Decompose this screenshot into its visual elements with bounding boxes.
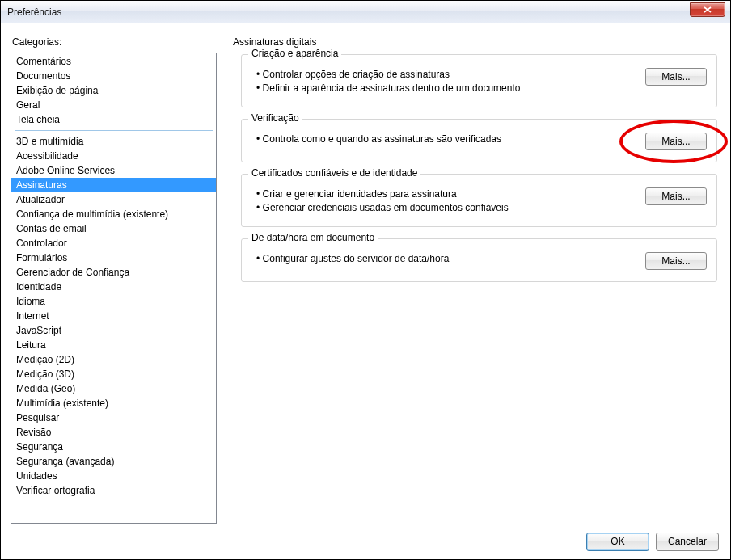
category-item[interactable]: Medida (Geo) <box>11 381 216 396</box>
cancel-button[interactable]: Cancelar <box>656 533 719 551</box>
group-legend: Certificados confiáveis e de identidade <box>248 167 420 179</box>
group-body: Controla como e quando as assinaturas sã… <box>251 133 707 150</box>
category-item[interactable]: Idioma <box>11 294 216 309</box>
group-bullets: Controlar opções de criação de assinatur… <box>251 68 632 95</box>
category-item[interactable]: 3D e multimídia <box>11 134 216 149</box>
category-item[interactable]: Documentos <box>11 69 216 83</box>
category-item[interactable]: Verificar ortografia <box>11 483 216 498</box>
group-de-data-hora-em-documento: De data/hora em documentoConfigurar ajus… <box>241 238 717 282</box>
dialog-footer: OK Cancelar <box>1 524 730 559</box>
bullet-text: Gerenciar credenciais usadas em document… <box>256 201 632 215</box>
category-item[interactable]: Geral <box>11 98 216 112</box>
category-item[interactable]: Multimídia (existente) <box>11 396 216 411</box>
group-legend: Criação e aparência <box>248 48 341 59</box>
category-item[interactable]: Medição (3D) <box>11 367 216 381</box>
category-item[interactable]: Controlador <box>11 236 216 251</box>
group-legend: De data/hora em documento <box>248 232 378 243</box>
category-item[interactable]: Identidade <box>11 280 216 294</box>
window-title: Preferências <box>7 6 61 18</box>
group-bullets: Configurar ajustes do servidor de data/h… <box>251 252 632 266</box>
bullet-text: Controla como e quando as assinaturas sã… <box>256 133 632 146</box>
bullet-text: Definir a aparência de assinaturas dentr… <box>256 82 632 95</box>
group-certificados-confi-veis-e-de-identidade: Certificados confiáveis e de identidadeC… <box>241 174 717 227</box>
categories-label: Categorias: <box>12 36 217 48</box>
category-item[interactable]: Tela cheia <box>11 112 216 127</box>
ok-button[interactable]: OK <box>586 533 649 551</box>
category-item[interactable]: Leitura <box>11 338 216 352</box>
group-cria-o-e-apar-ncia: Criação e aparênciaControlar opções de c… <box>241 54 717 107</box>
bullet-text: Criar e gerenciar identidades para assin… <box>256 187 632 201</box>
category-item[interactable]: Formulários <box>11 251 216 265</box>
category-item[interactable]: JavaScript <box>11 323 216 338</box>
category-item[interactable]: Revisão <box>11 425 216 440</box>
more-button[interactable]: Mais... <box>645 252 707 270</box>
bullet-text: Controlar opções de criação de assinatur… <box>256 68 632 82</box>
group-body: Controlar opções de criação de assinatur… <box>251 68 707 95</box>
group-bullets: Criar e gerenciar identidades para assin… <box>251 187 632 215</box>
close-icon <box>704 6 712 13</box>
group-body: Criar e gerenciar identidades para assin… <box>251 187 707 215</box>
group-bullets: Controla como e quando as assinaturas sã… <box>251 133 632 146</box>
sidebar: Categorias: ComentáriosDocumentosExibiçã… <box>11 32 217 524</box>
category-item[interactable]: Contas de email <box>11 221 216 236</box>
category-item[interactable]: Medição (2D) <box>11 352 216 367</box>
categories-list[interactable]: ComentáriosDocumentosExibição de páginaG… <box>11 53 217 524</box>
groups-container: Criação e aparênciaControlar opções de c… <box>231 54 717 282</box>
dialog-content: Categorias: ComentáriosDocumentosExibiçã… <box>1 23 730 524</box>
more-button[interactable]: Mais... <box>645 187 707 205</box>
settings-panel: Assinaturas digitais Criação e aparência… <box>217 32 720 524</box>
category-item[interactable]: Comentários <box>11 54 216 69</box>
category-item[interactable]: Exibição de página <box>11 83 216 98</box>
category-item[interactable]: Internet <box>11 309 216 323</box>
category-item[interactable]: Unidades <box>11 469 216 483</box>
category-item[interactable]: Adobe Online Services <box>11 163 216 178</box>
close-button[interactable] <box>690 2 725 17</box>
category-item[interactable]: Pesquisar <box>11 411 216 425</box>
category-item[interactable]: Acessibilidade <box>11 149 216 163</box>
category-item[interactable]: Segurança (avançada) <box>11 454 216 469</box>
category-item[interactable]: Segurança <box>11 440 216 454</box>
category-item[interactable]: Assinaturas <box>11 178 216 192</box>
group-legend: Verificação <box>248 112 302 124</box>
category-separator <box>15 130 213 131</box>
group-verifica-o: VerificaçãoControla como e quando as ass… <box>241 119 717 162</box>
bullet-text: Configurar ajustes do servidor de data/h… <box>256 252 632 266</box>
panel-title: Assinaturas digitais <box>233 36 717 48</box>
more-button[interactable]: Mais... <box>645 68 707 86</box>
category-item[interactable]: Atualizador <box>11 192 216 207</box>
category-item[interactable]: Gerenciador de Confiança <box>11 265 216 280</box>
titlebar: Preferências <box>1 1 730 23</box>
more-button[interactable]: Mais... <box>645 133 707 150</box>
group-body: Configurar ajustes do servidor de data/h… <box>251 252 707 270</box>
category-item[interactable]: Confiança de multimídia (existente) <box>11 207 216 221</box>
